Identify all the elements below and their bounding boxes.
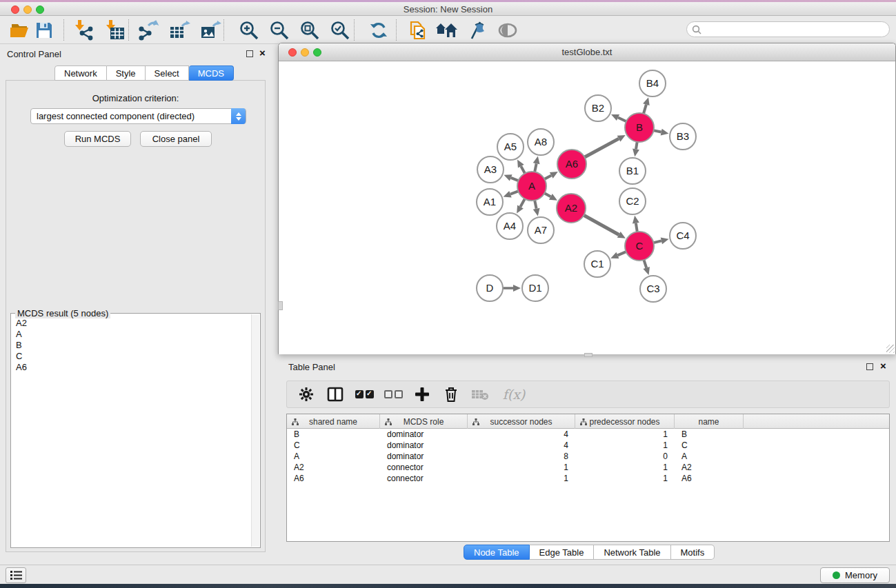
- function-builder-icon[interactable]: f(x): [499, 385, 528, 404]
- table-cell[interactable]: C: [675, 440, 744, 451]
- delete-icon[interactable]: [441, 385, 461, 404]
- close-panel-button[interactable]: Close panel: [140, 131, 212, 147]
- resize-grip-icon[interactable]: [886, 345, 895, 353]
- control-panel-float-button[interactable]: [246, 50, 253, 59]
- control-panel-close-button[interactable]: ×: [259, 50, 266, 57]
- table-cell[interactable]: 4: [468, 440, 575, 451]
- export-image-icon[interactable]: [198, 19, 223, 42]
- table-row[interactable]: A6connector11A6: [287, 473, 889, 484]
- export-table-icon[interactable]: [167, 19, 192, 42]
- table-cell[interactable]: C: [287, 440, 380, 451]
- result-item[interactable]: B: [12, 340, 250, 351]
- table-cell[interactable]: 1: [575, 473, 675, 484]
- delete-table-icon[interactable]: [470, 385, 490, 404]
- table-cell[interactable]: A: [675, 451, 744, 462]
- table-cell[interactable]: connector: [380, 473, 468, 484]
- columns-icon[interactable]: [326, 385, 345, 404]
- table-cell[interactable]: 4: [468, 429, 575, 440]
- table-cell[interactable]: 1: [575, 462, 675, 473]
- table-row[interactable]: Bdominator41B: [287, 429, 889, 440]
- node-label: C: [636, 240, 644, 252]
- result-item[interactable]: C: [12, 351, 250, 362]
- tab-style[interactable]: Style: [107, 65, 146, 81]
- select-all-icon[interactable]: [355, 385, 374, 404]
- mcds-panel: Optimization criterion: largest connecte…: [6, 80, 266, 552]
- horizontal-scroll-nub[interactable]: [584, 353, 593, 357]
- criterion-select[interactable]: largest connected component (directed): [30, 108, 246, 124]
- refresh-icon[interactable]: [366, 19, 391, 42]
- gear-icon[interactable]: [297, 385, 316, 404]
- table-cell[interactable]: A2: [287, 462, 380, 473]
- network-graph: AA1A2A3A4A5A6A7A8BB1B2B3B4CC1C2C3C4DD1: [279, 62, 895, 354]
- open-session-icon[interactable]: [8, 19, 32, 42]
- node-table: shared nameMCDS rolesuccessor nodesprede…: [286, 414, 890, 542]
- table-cell[interactable]: dominator: [380, 451, 468, 462]
- zoom-out-icon[interactable]: [267, 19, 292, 42]
- table-cell[interactable]: A6: [675, 473, 744, 484]
- zoom-in-icon[interactable]: [237, 19, 261, 42]
- table-cell[interactable]: dominator: [380, 429, 468, 440]
- column-header-mcds-role[interactable]: MCDS role: [380, 414, 468, 429]
- node-label: A3: [484, 163, 497, 175]
- table-cell[interactable]: 1: [468, 462, 575, 473]
- node-label: A6: [566, 158, 578, 170]
- tab-select[interactable]: Select: [146, 65, 189, 81]
- table-cell[interactable]: 0: [575, 451, 675, 462]
- column-header-successor-nodes[interactable]: successor nodes: [468, 414, 575, 429]
- tab-network[interactable]: Network: [54, 65, 107, 81]
- table-cell[interactable]: 1: [575, 429, 675, 440]
- desktop-strip-bottom: [0, 584, 896, 588]
- tab-motifs[interactable]: Motifs: [671, 545, 715, 560]
- table-cell[interactable]: A2: [675, 462, 744, 473]
- column-header-shared-name[interactable]: shared name: [287, 414, 380, 429]
- save-session-icon[interactable]: [32, 19, 57, 42]
- table-cell[interactable]: A: [287, 451, 380, 462]
- home-icon[interactable]: [435, 19, 459, 42]
- result-item[interactable]: A2: [12, 318, 250, 329]
- import-table-icon[interactable]: [103, 19, 128, 42]
- table-cell[interactable]: 1: [575, 440, 675, 451]
- tab-mcds[interactable]: MCDS: [189, 65, 234, 81]
- tab-node-table[interactable]: Node Table: [464, 545, 530, 560]
- network-canvas[interactable]: AA1A2A3A4A5A6A7A8BB1B2B3B4CC1C2C3C4DD1: [279, 62, 895, 354]
- network-window-titlebar[interactable]: testGlobe.txt: [279, 43, 895, 61]
- table-cell[interactable]: dominator: [380, 440, 468, 451]
- mcds-result-scrollbar[interactable]: [251, 314, 259, 547]
- result-item[interactable]: A6: [12, 362, 250, 373]
- main-titlebar[interactable]: Session: New Session: [0, 2, 896, 16]
- node-label: B3: [677, 130, 689, 142]
- graphics-details-icon[interactable]: [464, 19, 489, 42]
- tab-edge-table[interactable]: Edge Table: [530, 545, 595, 560]
- result-item[interactable]: A: [12, 329, 250, 340]
- table-cell[interactable]: 1: [468, 473, 575, 484]
- node-label: C4: [676, 230, 689, 241]
- log-console-button[interactable]: [6, 567, 26, 583]
- table-cell[interactable]: 8: [468, 451, 575, 462]
- window-title: Session: New Session: [0, 4, 896, 14]
- column-header-predecessor-nodes[interactable]: predecessor nodes: [575, 414, 675, 429]
- run-mcds-button[interactable]: Run MCDS: [64, 131, 131, 147]
- table-row[interactable]: Cdominator41C: [287, 440, 889, 451]
- eye-icon[interactable]: [495, 19, 520, 42]
- table-cell[interactable]: B: [287, 429, 380, 440]
- zoom-fit-icon[interactable]: [297, 19, 322, 42]
- zoom-selected-icon[interactable]: [328, 19, 352, 42]
- tab-network-table[interactable]: Network Table: [594, 545, 670, 560]
- export-network-icon[interactable]: [136, 19, 161, 42]
- table-panel-float-button[interactable]: [866, 363, 873, 372]
- add-icon[interactable]: [412, 385, 432, 404]
- search-input[interactable]: [686, 21, 890, 37]
- memory-button[interactable]: Memory: [820, 567, 890, 583]
- deselect-all-icon[interactable]: [384, 385, 403, 404]
- table-row[interactable]: A2connector11A2: [287, 462, 889, 473]
- table-row[interactable]: Adominator80A: [287, 451, 889, 462]
- table-cell[interactable]: connector: [380, 462, 468, 473]
- session-docs-icon[interactable]: [406, 19, 431, 42]
- vertical-scroll-nub[interactable]: [278, 301, 283, 310]
- table-cell[interactable]: B: [675, 429, 744, 440]
- import-network-icon[interactable]: [72, 19, 97, 42]
- mcds-result-list[interactable]: A2ABCA6: [12, 318, 250, 546]
- table-panel-close-button[interactable]: ×: [880, 363, 886, 369]
- table-cell[interactable]: A6: [287, 473, 380, 484]
- column-header-name[interactable]: name: [675, 414, 744, 429]
